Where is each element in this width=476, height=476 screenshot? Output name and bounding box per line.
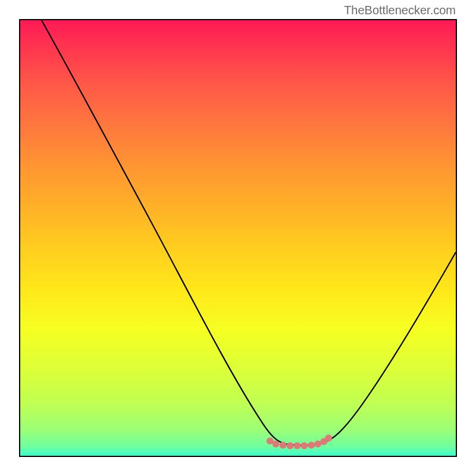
svg-point-1 bbox=[273, 440, 280, 447]
svg-point-3 bbox=[287, 442, 294, 449]
svg-point-5 bbox=[300, 442, 308, 449]
bottleneck-curve-line bbox=[42, 20, 456, 446]
svg-point-6 bbox=[308, 441, 315, 449]
flat-bottom-markers bbox=[267, 434, 332, 449]
watermark-label: TheBottlenecker.com bbox=[344, 4, 456, 17]
svg-point-4 bbox=[293, 442, 300, 449]
curve-layer bbox=[20, 20, 456, 456]
plot-area bbox=[20, 20, 456, 456]
svg-point-2 bbox=[280, 441, 287, 449]
svg-point-9 bbox=[325, 434, 332, 441]
chart-frame bbox=[19, 19, 457, 457]
